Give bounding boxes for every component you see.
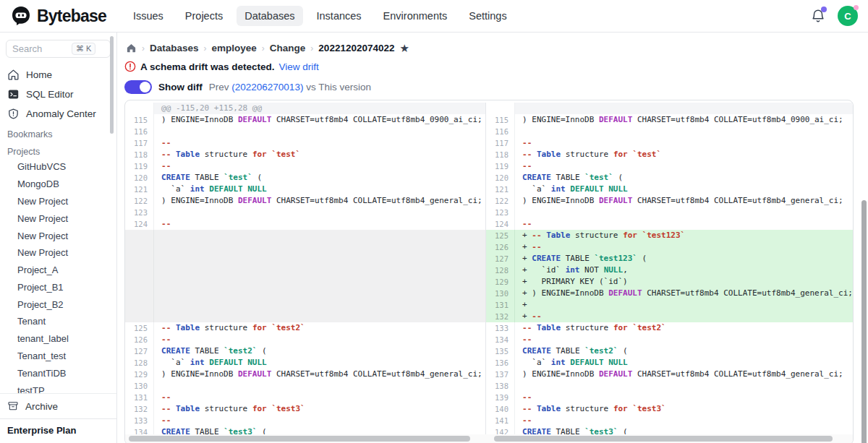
project-item[interactable]: tenant_label (0, 330, 116, 348)
breadcrumb-item-databases[interactable]: Databases (150, 43, 199, 53)
show-diff-toggle[interactable] (124, 80, 152, 94)
sidebar-item-home[interactable]: Home (0, 65, 116, 85)
code-token: Table (176, 404, 200, 413)
sidebar-item-sql-editor[interactable]: SQL Editor (0, 85, 116, 104)
code-line: -- (515, 160, 853, 172)
schema-drift-banner: A schema drift was detected. View drift (124, 58, 854, 75)
diff-old-half (125, 311, 486, 322)
project-item[interactable]: Tenant_test (0, 348, 116, 365)
project-item[interactable]: TenantTiDB (0, 364, 116, 382)
view-drift-link[interactable]: View drift (279, 61, 319, 72)
top-navigation: Bytebase IssuesProjectsDatabasesInstance… (0, 0, 868, 33)
diff-old-half: 120CREATE TABLE `test` ( (125, 172, 486, 184)
project-item[interactable]: New Project (0, 244, 116, 262)
code-token: for (613, 323, 628, 332)
diff-row: 126+ -- (125, 241, 853, 253)
diff-body: @@ -115,20 +115,28 @@115) ENGINE=InnoDB … (125, 100, 853, 438)
diff-row: 125+ -- Table structure for `test123` (125, 230, 853, 241)
code-token: ) ENGINE=InnoDB (161, 115, 238, 124)
search-box[interactable]: ⌘ K (6, 40, 111, 58)
diff-new-half: 117-- (486, 137, 853, 149)
nav-item-instances[interactable]: Instances (309, 6, 370, 26)
code-token: DEFAULT (599, 115, 632, 124)
project-item[interactable]: New Project (0, 227, 116, 244)
code-token: DEFAULT (608, 288, 642, 298)
code-line: + PRIMARY KEY (`id`) (515, 276, 853, 288)
sidebar-scrollbar[interactable] (110, 36, 114, 134)
nav-item-environments[interactable]: Environments (375, 6, 456, 26)
line-number: 140 (486, 403, 515, 415)
code-token: + (522, 231, 532, 240)
project-item[interactable]: Tenant (0, 313, 116, 330)
project-item[interactable]: Project_B1 (0, 278, 116, 296)
diff-new-half: 119-- (486, 160, 853, 172)
avatar-letter: C (844, 11, 851, 22)
diff-old-half: 127CREATE TABLE `test2` ( (125, 345, 486, 357)
line-number: 118 (125, 149, 154, 160)
right-horizontal-scrollbar[interactable] (494, 436, 833, 442)
line-number: 123 (486, 207, 515, 218)
code-line (154, 276, 485, 288)
code-token: CHARSET=utf8mb4 COLLATE=utf8mb4_general_… (271, 369, 482, 379)
project-item[interactable]: New Project (0, 193, 116, 210)
project-item[interactable]: GitHubVCS (0, 158, 116, 176)
left-horizontal-scrollbar[interactable] (129, 436, 470, 442)
search-shortcut-badge: ⌘ K (72, 43, 95, 55)
breadcrumb-separator: › (142, 43, 145, 53)
diff-toolbar: Show diff Prev (202206270013) vs This ve… (124, 75, 854, 100)
nav-item-settings[interactable]: Settings (461, 6, 514, 26)
breadcrumb-item-20221202074022: 20221202074022 (318, 43, 394, 53)
sidebar-item-label: Anomaly Center (26, 108, 96, 119)
nav-item-databases[interactable]: Databases (237, 6, 302, 26)
code-line: -- Table structure for `test2` (154, 322, 485, 334)
code-token: + `id` (522, 265, 566, 275)
project-item[interactable]: Project_B2 (0, 296, 116, 313)
code-line: -- (154, 334, 485, 345)
project-item[interactable]: Project_A (0, 262, 116, 279)
code-line: ) ENGINE=InnoDB DEFAULT CHARSET=utf8mb4 … (154, 195, 485, 207)
code-line (154, 126, 485, 137)
code-token: `test123` (594, 254, 637, 263)
code-token: `test2` (584, 346, 618, 356)
diff-new-half: 122) ENGINE=InnoDB DEFAULT CHARSET=utf8m… (486, 195, 853, 207)
avatar[interactable]: C (838, 6, 858, 26)
avatar-status-dot (854, 5, 859, 10)
notifications-button[interactable] (810, 8, 826, 24)
code-token: -- (522, 219, 532, 228)
sidebar-item-anomaly-center[interactable]: Anomaly Center (0, 104, 116, 124)
prev-label: Prev (209, 82, 229, 93)
code-line: `a` int DEFAULT NULL (154, 184, 485, 195)
line-number: 124 (486, 218, 515, 230)
nav-item-projects[interactable]: Projects (177, 6, 231, 26)
bookmark-star-icon[interactable]: ★ (399, 43, 409, 53)
diff-new-half: 137) ENGINE=InnoDB DEFAULT CHARSET=utf8m… (486, 369, 853, 380)
diff-old-half: 116 (125, 126, 486, 137)
code-token: -- (522, 161, 532, 171)
code-token: -- (522, 323, 537, 332)
code-token: NULL (604, 265, 624, 275)
code-token: `test` (271, 150, 300, 159)
prev-version-link[interactable]: (202206270013) (231, 82, 303, 93)
code-token: -- (161, 138, 171, 147)
code-token: TABLE (561, 254, 594, 263)
code-token: -- (522, 335, 532, 344)
code-token: Table (176, 150, 200, 159)
sidebar-item-label: SQL Editor (26, 89, 74, 100)
line-number: 117 (125, 137, 154, 149)
project-item[interactable]: MongoDB (0, 176, 116, 193)
diff-row: 116116 (125, 126, 853, 137)
code-line (154, 288, 485, 299)
code-token: structure (570, 231, 623, 240)
bytebase-logo[interactable]: Bytebase (10, 5, 106, 27)
sidebar: ⌘ K HomeSQL EditorAnomaly Center Bookmar… (0, 33, 117, 443)
breadcrumb-item-change[interactable]: Change (270, 43, 306, 53)
search-input[interactable] (12, 43, 72, 54)
home-icon[interactable] (126, 43, 137, 53)
project-item[interactable]: testTP (0, 382, 116, 393)
breadcrumb-item-employee[interactable]: employee (212, 43, 257, 53)
sidebar-item-archive[interactable]: Archive (0, 394, 116, 418)
project-item[interactable]: New Project (0, 210, 116, 227)
nav-item-issues[interactable]: Issues (125, 6, 171, 26)
diff-new-half: 132+ -- (486, 311, 853, 322)
page-vertical-scrollbar[interactable] (861, 200, 867, 443)
